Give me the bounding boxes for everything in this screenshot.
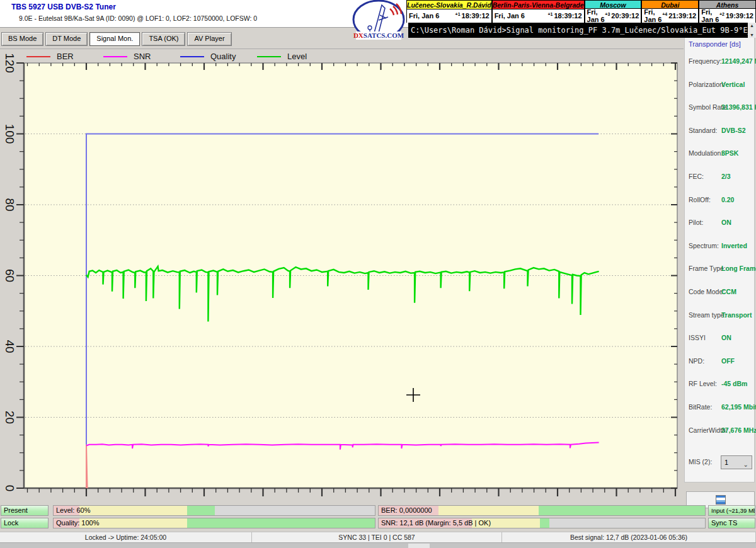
tuner-header: TBS 5927 USB DVB-S2 Tuner 9.0E - Eutelsa… [0, 0, 408, 28]
chart-plot: 020406080100120 [0, 49, 684, 504]
tab-bs-mode[interactable]: BS Mode [1, 32, 43, 46]
scroll-up-icon[interactable]: ▲ [750, 23, 754, 28]
clock-time-row: Fri, Jan 6+219:39:12 [699, 9, 755, 23]
svg-text:60: 60 [3, 269, 16, 282]
clock-utc-offset: +4 [662, 12, 667, 16]
transponder-row-frequency: Frequency:12149,247 MHz [685, 57, 755, 66]
clock-utc-offset: +1 [548, 12, 553, 16]
clock-moscow: MoscowFri, Jan 6+320:39:12 [585, 1, 642, 23]
meter-label: Level: 60% [56, 506, 90, 514]
chevron-down-icon: ⌄ [743, 459, 748, 471]
indicator-present: Present [1, 505, 49, 516]
indicator-label: Sync TS [711, 519, 737, 527]
row-value: Transport [721, 311, 752, 319]
tab-tsa-ok-[interactable]: TSA (OK) [142, 32, 185, 46]
mode-tabs: BS ModeDT ModeSignal Mon.TSA (OK)AV Play… [1, 32, 232, 46]
meter-zone-yellow [79, 506, 187, 515]
row-label: BitRate: [689, 403, 712, 411]
meter-zone-gray [549, 518, 705, 528]
taskbar-edge [0, 542, 756, 548]
tuner-subtitle: 9.0E - Eutelsat 9B/Ka-Sat 9A (ID: 0090) … [19, 14, 257, 22]
indicator-label: Input (~21,39 Mbps) [711, 507, 755, 514]
tab-av-player[interactable]: AV Player [187, 32, 231, 46]
terminal-scrollbar[interactable]: ▲ ▼ [748, 23, 756, 38]
legend-item-quality: Quality [180, 52, 248, 61]
clock-lu-enec-slovakia-r-d: Lučenec-Slovakia_R.DávidFri, Jan 6+118:3… [406, 1, 492, 23]
row-label: Pilot: [689, 219, 703, 226]
clock-date: Fri, Jan 6 [644, 8, 662, 23]
transponder-row-bitrate: BitRate:62,195 Mbit/s [685, 403, 755, 412]
row-value: CCM [721, 288, 736, 295]
transponder-row-code-mode: Code Mode:CCM [685, 288, 755, 297]
row-value: 62,195 Mbit/s [721, 403, 756, 411]
status-section: Locked -> Uptime: 24:05:00 [0, 532, 252, 542]
meter-zone-green [187, 518, 375, 528]
clock-utc-offset: +1 [455, 12, 461, 16]
transponder-card: Transponder [ds] Frequency:12149,247 MHz… [684, 34, 755, 482]
meter-zone-yellow [438, 506, 539, 515]
legend-item-snr: SNR [103, 52, 171, 61]
command-prompt-window[interactable]: C:\Users\Roman Dávid>Signal monitoring_P… [408, 23, 756, 38]
clock-time: 18:39:12 [462, 12, 490, 20]
transponder-row-fec: FEC:2/3 [685, 173, 755, 181]
meter-label: SNR: 12,1 dB (Margin: 5,5 dB | OK) [381, 519, 491, 527]
transponder-title: Transponder [ds] [689, 40, 741, 48]
transponder-row-standard: Standard:DVB-S2 [685, 127, 755, 135]
meter-snr: SNR: 12,1 dB (Margin: 5,5 dB | OK) [378, 518, 706, 528]
svg-text:DXSATCS.COM: DXSATCS.COM [353, 31, 404, 39]
row-value: DVB-S2 [721, 127, 746, 134]
row-value: 31396,831 KS/s [721, 103, 756, 111]
signal-meters: PresentLockInput (~21,39 Mbps)Sync TSLev… [0, 505, 756, 532]
clock-date: Fri, Jan 6 [495, 12, 548, 20]
row-label: Modulation: [689, 149, 723, 157]
meter-level: Level: 60% [53, 505, 375, 516]
transponder-row-frame-type: Frame Type:Long Frame [685, 265, 755, 273]
transponder-row-npd: NPD:OFF [685, 357, 755, 366]
legend-item-level: Level [257, 52, 325, 61]
clock-berlin-paris-vienna-: Berlin-Paris-Vienna-BelgradeFri, Jan 6+1… [492, 1, 585, 23]
tab-dt-mode[interactable]: DT Mode [45, 32, 88, 46]
dxsatcs-logo: DXSATCS.COM [350, 0, 407, 43]
indicator-sync-ts: Sync TS [708, 518, 755, 528]
tab-signal-mon-[interactable]: Signal Mon. [89, 32, 140, 46]
clock-time: 20:39:12 [611, 12, 639, 20]
transponder-row-rf-level: RF Level:-45 dBm [685, 380, 755, 389]
row-label: Frame Type: [689, 265, 726, 272]
transponder-row-rolloff: RollOff:0.20 [685, 196, 755, 205]
clock-time: 19:39:12 [726, 12, 753, 20]
row-value: 2/3 [721, 173, 731, 180]
logo-dx-text: DX [353, 31, 364, 39]
clock-city: Berlin-Paris-Vienna-Belgrade [493, 1, 584, 9]
meter-zone-green [540, 518, 549, 528]
row-value: ON [721, 334, 731, 341]
transponder-row-stream-type: Stream type:Transport [685, 311, 755, 320]
transponder-row-pilot: Pilot:ON [685, 219, 755, 227]
status-bar: Locked -> Uptime: 24:05:00SYNC 33 | TEI … [0, 532, 756, 542]
transponder-panel: Transponder [ds] Frequency:12149,247 MHz… [684, 28, 756, 504]
row-label: Frequency: [689, 57, 722, 65]
legend-label: Quality [210, 52, 236, 61]
meter-label: Quality: 100% [56, 519, 99, 527]
meter-zone-green [539, 506, 705, 515]
legend-label: BER [57, 52, 74, 61]
tuner-title: TBS 5927 USB DVB-S2 Tuner [11, 3, 116, 11]
legend-line-icon [26, 56, 50, 57]
svg-text:20: 20 [3, 411, 16, 424]
svg-text:0: 0 [3, 485, 16, 492]
mis-dropdown[interactable]: 1 ⌄ [721, 455, 752, 469]
scroll-down-icon[interactable]: ▼ [750, 33, 754, 37]
legend-line-icon [103, 56, 127, 57]
signal-chart: BERSNRQualityLevel 020406080100120 [0, 49, 684, 504]
transponder-row-symbol-rate: Symbol Rate:31396,831 KS/s [685, 103, 755, 112]
indicator-lock: Lock [1, 518, 49, 528]
transponder-row-polarization: Polarization:Vertical [685, 81, 755, 89]
clock-utc-offset: +2 [719, 12, 724, 16]
row-value: OFF [721, 357, 735, 365]
meter-zone-green [187, 506, 215, 515]
row-label: RollOff: [689, 196, 711, 203]
command-prompt-text: C:\Users\Roman Dávid>Signal monitoring_P… [411, 23, 756, 38]
legend-item-ber: BER [26, 52, 94, 61]
meter-quality: Quality: 100% [53, 518, 375, 528]
mis-label: MIS (2): [689, 458, 712, 465]
row-label: Stream type: [689, 311, 726, 319]
